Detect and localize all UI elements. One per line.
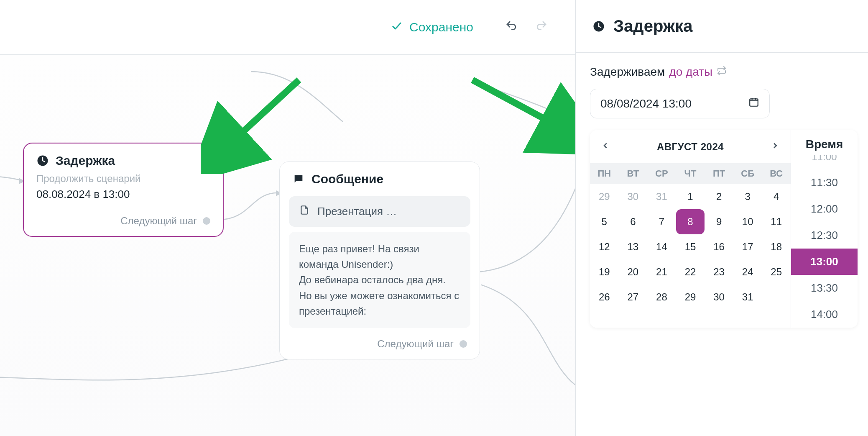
undo-redo-group (503, 17, 550, 38)
calendar-day[interactable]: 8 (676, 209, 705, 234)
calendar-day[interactable]: 26 (590, 285, 619, 310)
calendar-day[interactable]: 15 (676, 234, 705, 259)
calendar-day-prev[interactable]: 29 (590, 184, 619, 209)
calendar-day[interactable]: 14 (647, 234, 676, 259)
time-option[interactable]: 11:00 (791, 155, 858, 169)
message-card-footer: Следующий шаг (280, 332, 480, 359)
calendar-day[interactable]: 6 (619, 209, 648, 234)
prev-month-button[interactable] (597, 138, 614, 156)
calendar-dow: ВТ (619, 163, 648, 184)
calendar-header: АВГУСТ 2024 (590, 130, 791, 163)
output-port[interactable] (460, 340, 467, 348)
datetime-picker: АВГУСТ 2024 ПНВТСРЧТПТСБВС29303112345678… (590, 130, 858, 328)
delay-label-prefix: Задерживаем (590, 65, 665, 79)
calendar-day[interactable]: 25 (762, 259, 791, 285)
calendar-day[interactable]: 28 (647, 285, 676, 310)
calendar-day[interactable]: 19 (590, 259, 619, 285)
next-month-button[interactable] (766, 138, 784, 156)
time-option[interactable]: 13:00 (791, 249, 858, 275)
calendar-icon (748, 97, 759, 110)
sidebar-header: Задержка (576, 0, 868, 53)
calendar-day[interactable]: 22 (676, 259, 705, 285)
datetime-input[interactable]: 08/08/2024 13:00 (590, 89, 770, 118)
calendar-day-prev[interactable]: 31 (647, 184, 676, 209)
delay-settings-sidebar: Задержка Задерживаем до даты 08/08/2024 … (575, 0, 868, 436)
redo-button[interactable] (533, 17, 550, 38)
clock-icon (36, 154, 49, 167)
output-port[interactable] (203, 217, 210, 225)
svg-rect-6 (750, 99, 758, 106)
calendar-day[interactable]: 16 (705, 234, 733, 259)
time-column: Время 11:0011:3012:0012:3013:0013:3014:0… (791, 130, 858, 328)
sidebar-title: Задержка (613, 17, 692, 36)
calendar-day-prev[interactable]: 30 (619, 184, 648, 209)
delay-mode-link[interactable]: до даты (669, 65, 712, 79)
calendar-day[interactable]: 7 (647, 209, 676, 234)
time-option[interactable]: 12:30 (791, 222, 858, 249)
message-card[interactable]: Сообщение Презентация … Еще раз привет! … (279, 162, 480, 359)
calendar-day[interactable]: 17 (733, 234, 762, 259)
calendar-day[interactable]: 3 (733, 184, 762, 209)
undo-button[interactable] (503, 17, 520, 38)
check-icon (391, 20, 403, 35)
delay-card-title: Задержка (56, 154, 115, 168)
calendar-day[interactable]: 12 (590, 234, 619, 259)
saved-status: Сохранено (391, 20, 473, 35)
time-header: Время (791, 130, 858, 155)
time-option[interactable]: 13:30 (791, 275, 858, 301)
calendar-day[interactable]: 4 (762, 184, 791, 209)
datetime-value: 08/08/2024 13:00 (600, 97, 692, 110)
calendar-day[interactable]: 1 (676, 184, 705, 209)
calendar-dow: ЧТ (676, 163, 705, 184)
calendar-day[interactable]: 10 (733, 209, 762, 234)
delay-mode-row: Задерживаем до даты (590, 65, 854, 79)
chat-icon (292, 173, 305, 185)
delay-card[interactable]: Задержка Продолжить сценарий 08.08.2024 … (23, 143, 224, 237)
calendar-day[interactable]: 13 (619, 234, 648, 259)
month-label: АВГУСТ 2024 (657, 141, 724, 153)
time-list: 11:0011:3012:0012:3013:0013:3014:00 (791, 155, 858, 328)
saved-label: Сохранено (409, 20, 473, 34)
calendar-grid: ПНВТСРЧТПТСБВС29303112345678910111213141… (590, 163, 791, 310)
calendar: АВГУСТ 2024 ПНВТСРЧТПТСБВС29303112345678… (590, 130, 791, 328)
message-card-header: Сообщение (280, 162, 480, 190)
clock-icon (592, 20, 605, 33)
calendar-day[interactable]: 2 (705, 184, 733, 209)
calendar-day[interactable]: 31 (733, 285, 762, 310)
calendar-day[interactable]: 20 (619, 259, 648, 285)
calendar-day[interactable]: 27 (619, 285, 648, 310)
calendar-day[interactable]: 9 (705, 209, 733, 234)
calendar-dow: СР (647, 163, 676, 184)
message-body: Еще раз привет! На связи команда Unisend… (289, 232, 470, 328)
delay-card-value: 08.08.2024 в 13:00 (24, 188, 223, 209)
calendar-day[interactable]: 29 (676, 285, 705, 310)
message-card-title: Сообщение (311, 172, 383, 186)
attachment-name: Презентация … (317, 205, 397, 218)
sidebar-body: Задерживаем до даты 08/08/2024 13:00 (576, 53, 868, 340)
delay-card-footer: Следующий шаг (24, 209, 223, 236)
calendar-day[interactable]: 21 (647, 259, 676, 285)
swap-icon[interactable] (717, 66, 727, 78)
time-option[interactable]: 14:00 (791, 301, 858, 328)
message-attachment[interactable]: Презентация … (289, 196, 470, 227)
calendar-dow: СБ (733, 163, 762, 184)
next-step-label: Следующий шаг (120, 215, 197, 227)
delay-card-subtitle: Продолжить сценарий (24, 172, 223, 188)
calendar-dow: ВС (762, 163, 791, 184)
calendar-day[interactable]: 18 (762, 234, 791, 259)
time-option[interactable]: 12:00 (791, 196, 858, 222)
calendar-day[interactable]: 11 (762, 209, 791, 234)
calendar-dow: ПН (590, 163, 619, 184)
time-option[interactable]: 11:30 (791, 169, 858, 196)
calendar-dow: ПТ (705, 163, 733, 184)
calendar-day[interactable]: 24 (733, 259, 762, 285)
calendar-day[interactable]: 30 (705, 285, 733, 310)
calendar-day[interactable]: 23 (705, 259, 733, 285)
next-step-label: Следующий шаг (377, 338, 454, 350)
delay-card-header: Задержка (24, 144, 223, 172)
calendar-day[interactable]: 5 (590, 209, 619, 234)
file-icon (299, 205, 310, 218)
